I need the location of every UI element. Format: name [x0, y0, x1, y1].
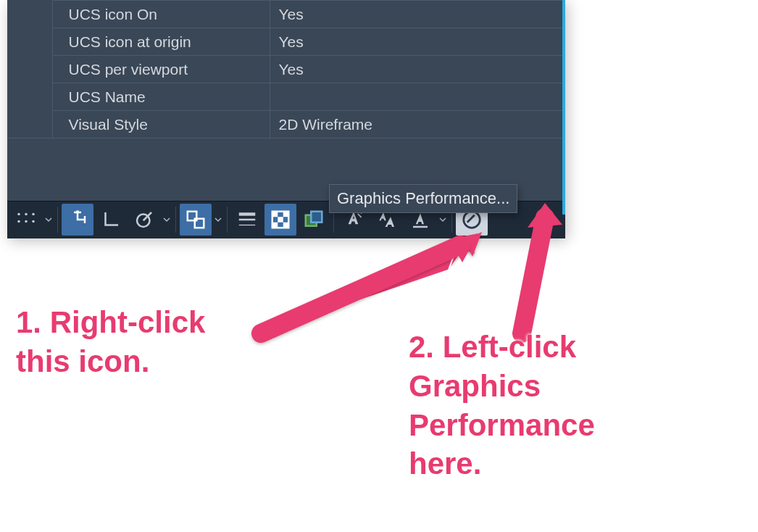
- accent-strip: [562, 0, 565, 215]
- grid-dots-icon[interactable]: [10, 204, 42, 236]
- svg-point-1: [25, 213, 28, 216]
- prop-label: UCS icon at origin: [52, 28, 270, 56]
- prop-label: Visual Style: [52, 111, 270, 138]
- chevron-down-icon[interactable]: [438, 216, 448, 223]
- selection-cycling-icon[interactable]: [298, 204, 330, 236]
- osnap-icon[interactable]: [180, 204, 212, 236]
- properties-table: UCS icon On Yes UCS icon at origin Yes U…: [7, 0, 565, 201]
- separator: [227, 207, 228, 233]
- svg-rect-18: [283, 223, 289, 228]
- prop-label: UCS icon On: [52, 1, 270, 28]
- table-row[interactable]: UCS icon at origin Yes: [7, 28, 565, 56]
- svg-rect-15: [283, 212, 289, 217]
- table-gutter: [7, 1, 52, 138]
- lineweight-icon[interactable]: [231, 204, 263, 236]
- ortho-icon[interactable]: [95, 204, 127, 236]
- table-row[interactable]: UCS icon On Yes: [7, 1, 565, 28]
- prop-value[interactable]: [270, 83, 565, 111]
- prop-value[interactable]: Yes: [270, 1, 565, 28]
- prop-value[interactable]: 2D Wireframe: [270, 111, 565, 138]
- table-row[interactable]: UCS Name: [7, 83, 565, 111]
- svg-point-5: [32, 220, 35, 223]
- separator: [57, 207, 58, 233]
- svg-point-3: [17, 220, 20, 223]
- svg-rect-17: [272, 223, 278, 228]
- prop-label: UCS Name: [52, 83, 270, 111]
- prop-label: UCS per viewport: [52, 56, 270, 83]
- svg-rect-20: [311, 212, 322, 223]
- polar-icon[interactable]: [128, 204, 160, 236]
- table-row[interactable]: UCS per viewport Yes: [7, 56, 565, 83]
- chevron-down-icon[interactable]: [162, 216, 172, 223]
- svg-marker-23: [261, 246, 457, 333]
- svg-rect-14: [272, 212, 278, 217]
- svg-point-21: [464, 212, 480, 228]
- prop-value[interactable]: Yes: [270, 28, 565, 56]
- context-menu-item[interactable]: Graphics Performance...: [337, 189, 509, 208]
- svg-point-0: [17, 213, 20, 216]
- chevron-down-icon[interactable]: [213, 216, 223, 223]
- context-menu: Graphics Performance...: [329, 184, 517, 213]
- svg-rect-16: [278, 217, 283, 223]
- snap-mode-icon[interactable]: [62, 204, 93, 236]
- prop-value[interactable]: Yes: [270, 56, 565, 83]
- separator: [175, 207, 176, 233]
- annotation-step-2: 2. Left-click Graphics Performance here.: [409, 328, 595, 483]
- annotation-step-1: 1. Right-click this icon.: [16, 303, 205, 381]
- svg-point-4: [25, 220, 28, 223]
- svg-point-2: [32, 213, 35, 216]
- transparency-icon[interactable]: [265, 204, 296, 236]
- chevron-down-icon[interactable]: [43, 216, 54, 223]
- table-row[interactable]: Visual Style 2D Wireframe: [7, 111, 565, 138]
